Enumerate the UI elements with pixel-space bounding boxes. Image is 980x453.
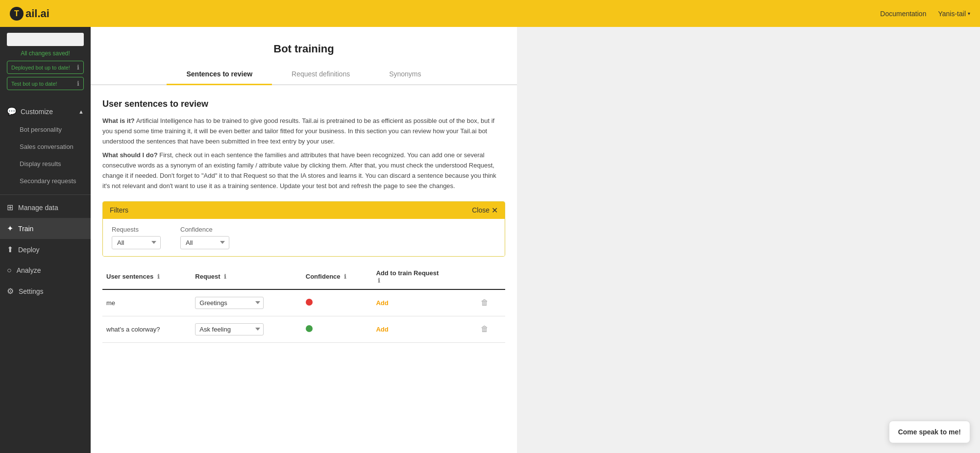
add-cell: Add (372, 289, 474, 316)
filters-close-label: Close (472, 206, 490, 214)
filters-close-button[interactable]: Close ✕ (472, 206, 498, 215)
sidebar-item-train[interactable]: ✦ Train (0, 218, 91, 239)
tab-synonyms[interactable]: Synonyms (369, 64, 441, 85)
tabs: Sentences to review Request definitions … (91, 64, 517, 85)
sidebar-item-display-results[interactable]: Display results (0, 155, 91, 172)
delete-cell: 🗑 (474, 289, 505, 316)
filters-bar: Filters Close ✕ Requests All (102, 201, 505, 257)
sidebar-item-label: Train (18, 225, 33, 233)
add-link-0[interactable]: Add (376, 299, 388, 307)
main-card: Bot training Sentences to review Request… (91, 27, 517, 453)
filters-label: Filters (110, 206, 128, 214)
chat-bubble[interactable]: Come speak to me! (889, 421, 970, 443)
filter-confidence: Confidence All (180, 226, 229, 249)
customize-sub-items: Bot personality Sales conversation Displ… (0, 121, 91, 190)
col-delete (474, 264, 505, 289)
main-layout: All changes saved! Deployed bot up to da… (0, 27, 980, 453)
manage-data-icon: ⊞ (7, 203, 13, 212)
user-sentences-info-icon[interactable]: ℹ (157, 273, 160, 280)
info-what-do-text: First, check out in each sentence the fa… (102, 151, 496, 189)
info-what-do-label: What should I do? (102, 151, 158, 159)
page-title: Bot training (91, 27, 517, 64)
request-info-icon[interactable]: ℹ (224, 273, 226, 280)
add-link-1[interactable]: Add (376, 326, 388, 333)
confidence-dot-1 (306, 325, 313, 332)
documentation-link[interactable]: Documentation (880, 10, 926, 18)
navbar: T ail.ai Documentation Yanis-tail ▾ (0, 0, 980, 27)
customize-header[interactable]: 💬 Customize ▲ (0, 102, 91, 121)
navbar-right: Documentation Yanis-tail ▾ (880, 10, 970, 18)
delete-button-0[interactable]: 🗑 (478, 297, 491, 308)
right-gray-area (517, 27, 980, 453)
info-what-label: What is it? (102, 117, 135, 124)
sidebar-item-sales-conversation[interactable]: Sales conversation (0, 138, 91, 155)
confidence-info-icon[interactable]: ℹ (344, 273, 346, 280)
user-menu[interactable]: Yanis-tail ▾ (938, 10, 970, 18)
table-row: me Greetings Add 🗑 (102, 289, 505, 316)
sidebar-item-deploy[interactable]: ⬆ Deploy (0, 239, 91, 260)
sentences-table: User sentences ℹ Request ℹ Confidence ℹ (102, 264, 505, 343)
filters-body: Requests All Confidence All (103, 219, 505, 256)
confidence-select[interactable]: All (180, 236, 229, 249)
request-cell: Ask feeling (191, 316, 301, 342)
sidebar-item-secondary-requests[interactable]: Secondary requests (0, 172, 91, 190)
info-what-text: Artificial Intelligence has to be traine… (102, 117, 494, 145)
request-select-0[interactable]: Greetings (195, 297, 264, 309)
sidebar-item-manage-data[interactable]: ⊞ Manage data (0, 197, 91, 218)
logo-icon: T (10, 7, 24, 21)
confidence-cell (302, 289, 372, 316)
requests-label: Requests (112, 226, 161, 233)
info-block: What is it? Artificial Intelligence has … (102, 116, 505, 191)
sidebar-item-analyze[interactable]: ○ Analyze (0, 260, 91, 281)
sidebar-item-label: Analyze (17, 266, 41, 274)
confidence-label: Confidence (180, 226, 229, 233)
deployed-info-icon[interactable]: ℹ (77, 64, 79, 71)
confidence-dot-0 (306, 299, 313, 306)
filter-requests: Requests All (112, 226, 161, 249)
train-icon: ✦ (7, 224, 13, 233)
requests-select[interactable]: All (112, 236, 161, 249)
sidebar-item-label: Settings (19, 287, 44, 295)
col-add: Add to train Request ℹ (372, 264, 474, 289)
delete-cell: 🗑 (474, 316, 505, 342)
col-request: Request ℹ (191, 264, 301, 289)
analyze-icon: ○ (7, 266, 12, 275)
divider (0, 194, 91, 195)
delete-button-1[interactable]: 🗑 (478, 324, 491, 334)
sidebar-item-settings[interactable]: ⚙ Settings (0, 281, 91, 302)
test-info-icon[interactable]: ℹ (77, 80, 79, 87)
content-area: Bot training Sentences to review Request… (91, 27, 980, 453)
add-cell: Add (372, 316, 474, 342)
sidebar-item-label: Manage data (18, 204, 58, 212)
close-icon: ✕ (491, 206, 498, 215)
bot-name-input[interactable] (7, 33, 84, 46)
user-name: Yanis-tail (938, 10, 966, 18)
customize-chevron-icon: ▲ (78, 109, 84, 115)
tab-request-definitions[interactable]: Request definitions (272, 64, 369, 85)
request-select-1[interactable]: Ask feeling (195, 323, 264, 335)
settings-icon: ⚙ (7, 286, 14, 296)
sentence-cell: me (102, 289, 191, 316)
customize-section: 💬 Customize ▲ Bot personality Sales conv… (0, 99, 91, 192)
col-confidence: Confidence ℹ (302, 264, 372, 289)
sidebar-top: All changes saved! Deployed bot up to da… (0, 27, 91, 99)
deployed-badge: Deployed bot up to date! ℹ (7, 61, 84, 74)
customize-label: Customize (21, 108, 53, 116)
tab-sentences-to-review[interactable]: Sentences to review (167, 64, 272, 85)
customize-icon: 💬 (7, 107, 17, 116)
request-cell: Greetings (191, 289, 301, 316)
sidebar-item-label: Deploy (18, 246, 40, 254)
logo: T ail.ai (10, 7, 49, 21)
confidence-cell (302, 316, 372, 342)
status-text: All changes saved! (7, 50, 84, 57)
deploy-icon: ⬆ (7, 245, 13, 254)
table-row: what's a colorway? Ask feeling Add 🗑 (102, 316, 505, 342)
add-info-icon[interactable]: ℹ (378, 277, 380, 284)
logo-text: ail.ai (25, 7, 49, 20)
user-chevron-icon: ▾ (968, 11, 970, 16)
filters-header: Filters Close ✕ (103, 202, 505, 219)
sidebar: All changes saved! Deployed bot up to da… (0, 27, 91, 453)
sidebar-item-bot-personality[interactable]: Bot personality (0, 121, 91, 138)
sidebar-nav-items: ⊞ Manage data ✦ Train ⬆ Deploy ○ Analyze… (0, 197, 91, 302)
col-user-sentences: User sentences ℹ (102, 264, 191, 289)
